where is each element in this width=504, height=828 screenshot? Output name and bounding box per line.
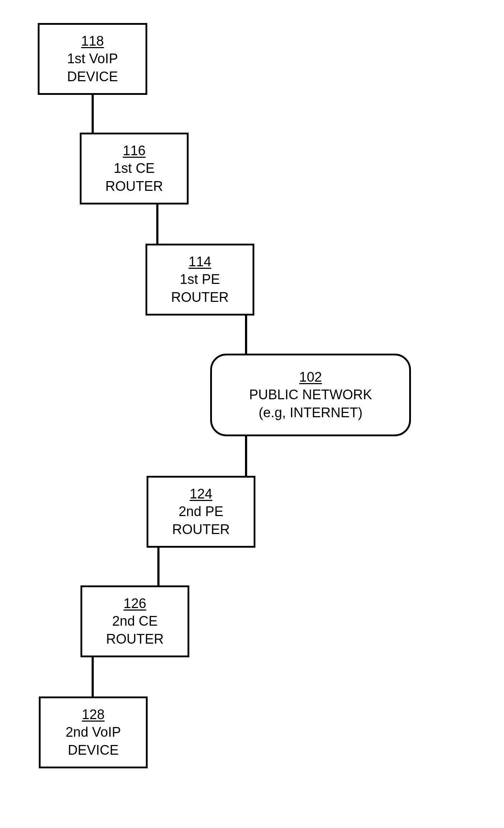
node-line2: DEVICE: [68, 741, 119, 759]
connector: [157, 548, 159, 585]
node-1st-ce-router: 116 1st CE ROUTER: [80, 133, 189, 204]
node-ref: 128: [82, 706, 105, 723]
node-line2: DEVICE: [67, 68, 118, 86]
node-ref: 118: [81, 32, 104, 50]
node-2nd-pe-router: 124 2nd PE ROUTER: [147, 476, 255, 548]
node-ref: 114: [189, 253, 211, 271]
node-line1: 2nd CE: [112, 612, 158, 630]
node-line1: 1st VoIP: [67, 50, 118, 68]
node-2nd-ce-router: 126 2nd CE ROUTER: [80, 585, 189, 657]
node-line1: PUBLIC NETWORK: [249, 386, 372, 404]
connector: [156, 204, 158, 244]
node-public-network: 102 PUBLIC NETWORK (e.g, INTERNET): [210, 354, 411, 436]
node-line1: 2nd PE: [179, 503, 223, 520]
node-line1: 2nd VoIP: [65, 723, 121, 741]
node-ref: 124: [190, 485, 212, 503]
node-line2: ROUTER: [106, 630, 163, 648]
node-1st-voip-device: 118 1st VoIP DEVICE: [38, 23, 147, 95]
node-line1: 1st CE: [114, 160, 154, 177]
connector: [245, 316, 247, 354]
node-ref: 126: [124, 595, 146, 612]
node-1st-pe-router: 114 1st PE ROUTER: [145, 244, 254, 316]
node-line1: 1st PE: [180, 271, 220, 288]
node-ref: 116: [123, 142, 145, 160]
connector: [92, 657, 94, 696]
connector: [92, 95, 94, 133]
connector: [245, 436, 247, 476]
node-line2: ROUTER: [172, 521, 230, 538]
node-2nd-voip-device: 128 2nd VoIP DEVICE: [39, 696, 148, 768]
node-line2: (e.g, INTERNET): [259, 404, 362, 422]
node-line2: ROUTER: [171, 289, 228, 306]
node-line2: ROUTER: [105, 178, 163, 195]
node-ref: 102: [299, 368, 322, 386]
